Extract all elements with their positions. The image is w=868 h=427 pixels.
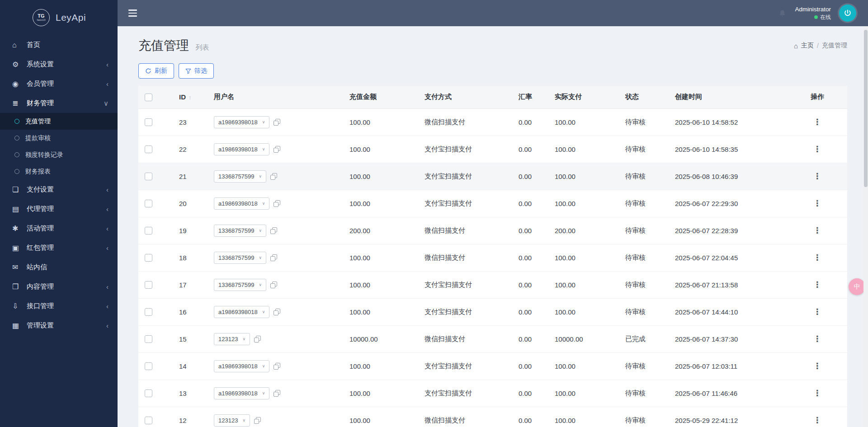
- sidebar-item-4[interactable]: ❏支付设置‹: [0, 180, 118, 199]
- row-checkbox[interactable]: [145, 281, 152, 289]
- chevron-left-icon: ‹: [106, 244, 108, 252]
- copy-icon[interactable]: [270, 254, 277, 261]
- recharge-table: ID↑用户名充值金额支付方式汇率实际支付状态创建时间操作 23a19869398…: [138, 86, 847, 427]
- menu-toggle-button[interactable]: [127, 8, 139, 19]
- username-select[interactable]: a19869398018∨: [214, 360, 269, 372]
- filter-icon: [185, 68, 191, 74]
- copy-icon[interactable]: [270, 282, 277, 288]
- username-select[interactable]: a19869398018∨: [214, 306, 269, 318]
- copy-icon[interactable]: [274, 200, 280, 207]
- sidebar-item-5[interactable]: ▤代理管理‹: [0, 199, 118, 219]
- sidebar-item-8[interactable]: ✉站内信: [0, 258, 118, 277]
- more-actions-button[interactable]: ⋮: [813, 145, 821, 154]
- logo[interactable]: TG fawu123 LeyApi: [0, 0, 118, 35]
- more-actions-button[interactable]: ⋮: [813, 334, 821, 343]
- row-checkbox[interactable]: [145, 389, 152, 397]
- username-select[interactable]: 13368757599∨: [214, 252, 266, 264]
- submenu-item-3[interactable]: 财务报表: [0, 163, 118, 180]
- more-actions-button[interactable]: ⋮: [813, 361, 821, 371]
- copy-icon[interactable]: [254, 417, 261, 424]
- copy-icon[interactable]: [274, 146, 280, 153]
- user-info[interactable]: Administrator 在线: [795, 5, 831, 21]
- table-row: 16a19869398018∨100.00支付宝扫描支付0.00100.00待审…: [138, 298, 847, 325]
- username-select[interactable]: a19869398018∨: [214, 143, 269, 155]
- more-actions-button[interactable]: ⋮: [813, 172, 821, 181]
- row-checkbox[interactable]: [145, 417, 152, 424]
- copy-icon[interactable]: [274, 309, 280, 315]
- username-select[interactable]: a19869398018∨: [214, 387, 269, 399]
- scrollbar-track[interactable]: [863, 26, 868, 427]
- more-actions-button[interactable]: ⋮: [813, 280, 821, 289]
- username-select[interactable]: 123123∨: [214, 414, 250, 427]
- sidebar-item-0[interactable]: ⌂首页: [0, 35, 118, 55]
- amount-cell: 100.00: [349, 136, 425, 163]
- row-checkbox[interactable]: [145, 118, 152, 126]
- more-actions-button[interactable]: ⋮: [813, 389, 821, 398]
- row-checkbox[interactable]: [145, 227, 152, 235]
- toolbar: 刷新 筛选: [138, 63, 847, 79]
- sidebar-item-6[interactable]: ✱活动管理‹: [0, 219, 118, 238]
- sidebar-item-10[interactable]: ⇩接口管理‹: [0, 296, 118, 316]
- row-select-cell: [138, 163, 179, 190]
- sidebar-item-7[interactable]: ▣红包管理‹: [0, 238, 118, 258]
- logout-power-button[interactable]: [839, 5, 856, 22]
- copy-icon[interactable]: [254, 336, 261, 343]
- copy-icon[interactable]: [270, 173, 277, 180]
- sidebar-item-2[interactable]: ◉会员管理‹: [0, 74, 118, 94]
- submenu-item-1[interactable]: 提款审核: [0, 130, 118, 146]
- submenu-item-2[interactable]: 额度转换记录: [0, 146, 118, 163]
- sidebar-item-1[interactable]: ⚙系统设置‹: [0, 55, 118, 74]
- sidebar-item-11[interactable]: ▦管理设置‹: [0, 316, 118, 335]
- submenu-item-0[interactable]: 充值管理: [0, 113, 118, 130]
- column-header: 汇率: [519, 86, 555, 108]
- home-icon: ⌂: [794, 42, 798, 50]
- floating-widget-button[interactable]: 中: [849, 278, 865, 295]
- copy-icon[interactable]: [270, 227, 277, 234]
- select-all-checkbox[interactable]: [145, 94, 152, 101]
- more-actions-button[interactable]: ⋮: [813, 226, 821, 235]
- row-checkbox[interactable]: [145, 173, 152, 180]
- copy-icon[interactable]: [274, 119, 280, 126]
- username-select[interactable]: 13368757599∨: [214, 225, 266, 237]
- id-cell: 17: [179, 271, 214, 298]
- row-checkbox[interactable]: [145, 335, 152, 343]
- sidebar-item-9[interactable]: ❐内容管理‹: [0, 277, 118, 296]
- row-checkbox[interactable]: [145, 200, 152, 207]
- refresh-button[interactable]: 刷新: [138, 63, 174, 79]
- scrollbar-thumb[interactable]: [864, 30, 868, 187]
- username-cell: a19869398018∨: [214, 136, 349, 163]
- amount-cell: 100.00: [349, 298, 425, 325]
- username-select[interactable]: a19869398018∨: [214, 116, 269, 128]
- more-actions-button[interactable]: ⋮: [813, 199, 821, 208]
- username-select[interactable]: 123123∨: [214, 333, 250, 345]
- filter-button[interactable]: 筛选: [179, 63, 214, 79]
- more-actions-button[interactable]: ⋮: [813, 253, 821, 262]
- copy-icon[interactable]: [274, 390, 280, 397]
- username-select[interactable]: a19869398018∨: [214, 197, 269, 210]
- notifications-bell-icon[interactable]: [778, 9, 787, 18]
- breadcrumb-home-link[interactable]: 主页: [801, 42, 814, 50]
- copy-icon[interactable]: [274, 363, 280, 370]
- row-checkbox[interactable]: [145, 254, 152, 262]
- user-icon: ◉: [12, 80, 24, 88]
- status-cell: 待审核: [625, 380, 675, 407]
- actual-paid-cell: 100.00: [555, 352, 625, 380]
- sidebar-item-3[interactable]: ≣财务管理∨: [0, 94, 118, 113]
- username-select[interactable]: 13368757599∨: [214, 170, 266, 183]
- row-checkbox[interactable]: [145, 145, 152, 153]
- column-header[interactable]: ID↑: [179, 86, 214, 108]
- column-header-label: 支付方式: [425, 93, 452, 100]
- chevron-down-icon: ∨: [262, 310, 265, 314]
- username-select[interactable]: 13368757599∨: [214, 279, 266, 291]
- submenu-item-label: 提款审核: [25, 134, 51, 142]
- row-checkbox[interactable]: [145, 362, 152, 370]
- actual-paid-cell: 100.00: [555, 163, 625, 190]
- more-actions-button[interactable]: ⋮: [813, 416, 821, 425]
- status-cell: 待审核: [625, 298, 675, 325]
- more-actions-button[interactable]: ⋮: [813, 117, 821, 127]
- payment-method-cell: 微信扫描支付: [425, 325, 519, 352]
- row-checkbox[interactable]: [145, 308, 152, 316]
- rate-cell: 0.00: [519, 217, 555, 244]
- actual-paid-cell: 10000.00: [555, 325, 625, 352]
- more-actions-button[interactable]: ⋮: [813, 307, 821, 316]
